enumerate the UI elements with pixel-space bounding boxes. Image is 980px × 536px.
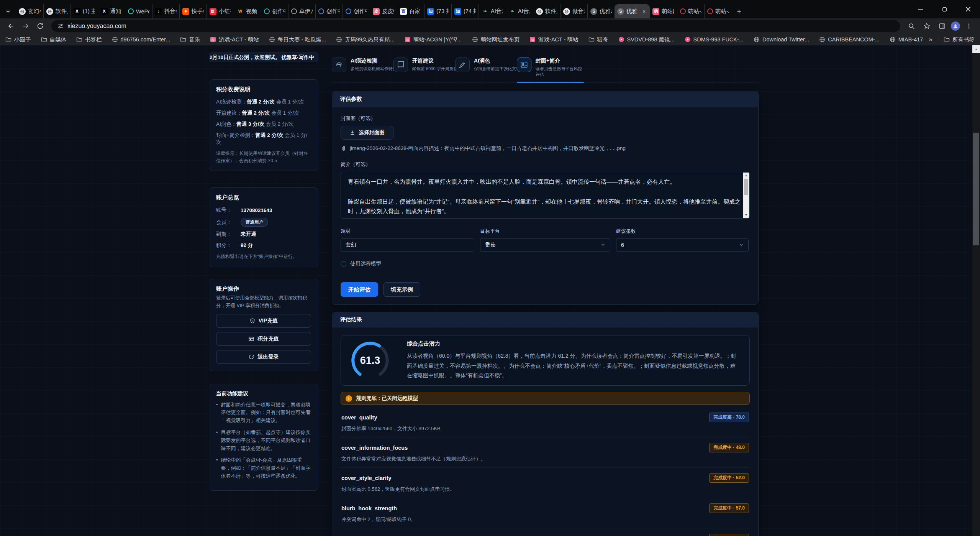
bookmark-item[interactable]: MIAB-417 [喝我... xyxy=(890,36,924,43)
all-bookmarks-label: 所有书签 xyxy=(952,36,975,43)
browser-tab[interactable]: 创作中 xyxy=(315,4,343,18)
browser-tab[interactable]: ❧AI音乐 xyxy=(506,4,533,18)
pricing-row: 封面+简介检测：普通 2 分/次 会员 1 分/次 xyxy=(216,132,311,146)
bookmarks-overflow-button[interactable]: » xyxy=(929,36,932,43)
search-button[interactable] xyxy=(905,20,918,32)
new-tab-button[interactable]: + xyxy=(731,5,747,18)
page-scrollbar[interactable]: ▲ xyxy=(972,45,980,536)
tab-label: 萌站-A xyxy=(715,8,729,15)
bookmark-item[interactable]: 自媒体 xyxy=(41,36,67,43)
browser-tab[interactable]: 创作中 xyxy=(343,4,370,18)
bookmark-star-button[interactable] xyxy=(920,20,933,32)
browser-tab[interactable]: W视频号 xyxy=(234,4,261,18)
browser-tab[interactable]: 知(73 封 xyxy=(424,4,451,18)
browser-tab[interactable]: X通知 / xyxy=(98,4,125,18)
pricing-member: 会员 2 分/次 xyxy=(264,121,294,127)
count-select[interactable]: 6 xyxy=(616,238,749,252)
swirl-logo-icon: ◎ xyxy=(563,8,570,15)
bookmark-item[interactable]: SDMS-993 FUCK-... xyxy=(685,36,744,43)
vip-recharge-button[interactable]: VIP充值 xyxy=(216,314,311,328)
bookmark-item[interactable]: 萌萌站-ACGN |Y(^∇... xyxy=(405,36,462,43)
browser-tab[interactable]: 知(74 封 xyxy=(451,4,479,18)
scroll-up-arrow[interactable]: ▲ xyxy=(743,173,749,178)
bookmark-item[interactable]: Download Twitter... xyxy=(754,36,809,43)
browser-tab[interactable]: ♪抖音创 xyxy=(152,4,179,18)
address-bar[interactable]: xiezuo.youyacao.com xyxy=(51,20,900,32)
bookmark-item[interactable]: 无码99久热只有精... xyxy=(336,36,395,43)
tab-fingerprint[interactable]: AI痕迹检测多维度识别机械写作特征 xyxy=(332,58,393,77)
logout-button[interactable]: 退出登录 xyxy=(216,350,311,364)
profile-avatar[interactable] xyxy=(951,21,960,31)
reload-button[interactable] xyxy=(34,20,47,32)
scrollbar-up-button[interactable]: ▲ xyxy=(972,45,980,53)
site-settings-icon xyxy=(57,23,64,29)
site-favicon: X xyxy=(74,8,80,15)
all-bookmarks-button[interactable]: 所有书签 xyxy=(944,36,975,43)
scrollbar-thumb[interactable] xyxy=(744,179,748,195)
browser-tab[interactable]: 萌萌站网 xyxy=(650,4,677,18)
browser-tab[interactable]: ◎玄幻小 xyxy=(16,4,43,18)
minimize-button[interactable] xyxy=(909,0,932,18)
bookmark-item[interactable]: 音乐 xyxy=(180,36,200,43)
tab-text: 开篇建议聚焦前 6000 字开局质量 xyxy=(412,58,460,77)
bookmark-item[interactable]: 每日大赛 - 吃瓜爆... xyxy=(269,36,326,43)
browser-menu-button[interactable] xyxy=(962,20,975,32)
blurb-textarea[interactable]: 青石镇有一口井，名为照骨井。夜里灯火照入井中，映出的不是人脸，而是森森白骨。镇中… xyxy=(341,172,750,219)
maximize-button[interactable] xyxy=(932,0,956,18)
bookmark-item[interactable]: SVDVD-898 魔镜... xyxy=(618,36,675,43)
browser-tab[interactable]: WePok xyxy=(125,4,152,18)
side-panel-button[interactable] xyxy=(936,20,949,32)
site-favicon: ✦ xyxy=(182,8,189,15)
field-value: 玄幻 xyxy=(346,242,356,248)
bookmark-item[interactable]: 萌站网址发布页 xyxy=(472,36,520,43)
browser-tab[interactable]: ✦快手创 xyxy=(179,4,206,18)
browser-tab[interactable]: 创作中 xyxy=(261,4,288,18)
tab-label: 优雅 xyxy=(626,8,639,15)
toolbar-actions xyxy=(905,20,975,32)
browser-tab[interactable]: ❧AI音乐 xyxy=(479,4,506,18)
back-button[interactable] xyxy=(5,20,18,32)
page-scrollbar-thumb[interactable] xyxy=(973,133,979,245)
browser-tab[interactable]: 卓伊凡 xyxy=(288,4,315,18)
browser-tab[interactable]: 萌站-A xyxy=(704,4,731,18)
fill-example-button[interactable]: 填充示例 xyxy=(383,282,420,297)
forward-button[interactable] xyxy=(19,20,32,32)
browser-tab[interactable]: S优雅草 xyxy=(587,4,615,18)
browser-tab[interactable]: ◎软件开 xyxy=(43,4,70,18)
start-evaluation-button[interactable]: 开始评估 xyxy=(341,282,378,297)
genre-input[interactable]: 玄幻 xyxy=(341,238,474,252)
bookmark-item[interactable]: d96756.com/Enter... xyxy=(112,36,170,43)
bookmark-item[interactable]: 猎奇 xyxy=(588,36,608,43)
close-tab-icon[interactable]: × xyxy=(641,8,647,15)
bookmark-play-icon xyxy=(685,36,691,43)
bullet-icon: • xyxy=(216,429,218,452)
browser-tab[interactable]: 皮皮皮虾 xyxy=(370,4,397,18)
tab-book[interactable]: 开篇建议聚焦前 6000 字开局质量 xyxy=(393,58,455,77)
account-title: 账户总览 xyxy=(216,194,311,201)
bookmark-item[interactable]: 书签栏 xyxy=(76,36,102,43)
bookmark-item[interactable]: 萌游戏-ACT - 萌站 xyxy=(529,36,578,43)
tab-search-button[interactable] xyxy=(0,5,16,18)
browser-tab[interactable]: X(1) 主页 xyxy=(70,4,98,18)
browser-tab[interactable]: S优雅× xyxy=(615,4,650,18)
points-recharge-button[interactable]: 积分充值 xyxy=(216,332,311,346)
textarea-scrollbar[interactable]: ▲ ▼ xyxy=(743,173,749,218)
select-cover-button[interactable]: 选择封面图 xyxy=(341,126,393,140)
close-window-button[interactable] xyxy=(956,0,980,18)
tab-pen[interactable]: AI润色保持剧情前提下强化文笔 xyxy=(455,58,517,77)
remote-model-checkbox[interactable] xyxy=(341,261,346,267)
bookmark-label: 无码99久热只有精... xyxy=(345,36,395,43)
tab-label: 萌站-A xyxy=(688,8,701,15)
browser-tab[interactable]: ◎做音乐 xyxy=(560,4,587,18)
scroll-down-arrow[interactable]: ▼ xyxy=(743,212,749,218)
browser-tab[interactable]: ◎软件开 xyxy=(533,4,560,18)
tab-label: 创作中 xyxy=(272,8,285,15)
browser-tab[interactable]: 百百家号 xyxy=(397,4,424,18)
browser-tab[interactable]: 红小红书 xyxy=(206,4,234,18)
platform-select[interactable]: 番茄 xyxy=(480,238,610,252)
tab-image[interactable]: 封面+简介读者点击意愿与平台风控评估 xyxy=(517,58,578,77)
bookmark-item[interactable]: 小圈子 xyxy=(5,36,31,43)
bookmark-item[interactable]: CARIBBEANCOM-... xyxy=(819,36,880,43)
bookmark-item[interactable]: 萌游戏-ACT - 萌站 xyxy=(210,36,259,43)
browser-tab[interactable]: 萌站-A xyxy=(677,4,704,18)
